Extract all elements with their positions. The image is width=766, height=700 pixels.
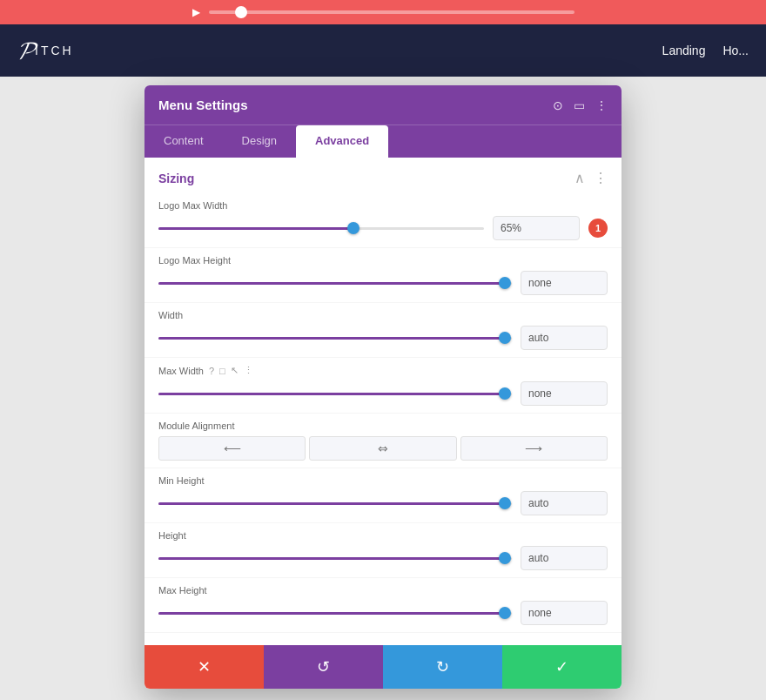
max-height-control bbox=[158, 601, 608, 625]
align-right-button[interactable]: ⟶ bbox=[460, 436, 608, 461]
max-width-row: Max Width ? □ ↖ ⋮ bbox=[144, 358, 622, 414]
reset-button[interactable]: ↺ bbox=[264, 645, 383, 689]
navbar: 𝓟 ITCH Landing Ho... bbox=[0, 24, 766, 77]
logo-max-height-slider[interactable] bbox=[158, 274, 512, 292]
sizing-section-header: Sizing ∧ ⋮ bbox=[144, 158, 622, 193]
min-height-label: Min Height bbox=[158, 475, 608, 486]
modal-footer: ✕ ↺ ↻ ✓ bbox=[144, 645, 622, 689]
logo-max-height-row: Logo Max Height bbox=[144, 248, 622, 303]
max-width-input[interactable] bbox=[521, 381, 608, 406]
logo-max-width-control: 1 bbox=[158, 216, 608, 240]
logo-max-width-label: Logo Max Width bbox=[158, 200, 608, 211]
min-height-row: Min Height bbox=[144, 468, 622, 523]
tab-design[interactable]: Design bbox=[223, 125, 296, 158]
logo-max-width-slider[interactable] bbox=[158, 219, 484, 237]
max-height-input[interactable] bbox=[521, 601, 608, 625]
section-controls: ∧ ⋮ bbox=[574, 170, 608, 186]
max-width-label: Max Width ? □ ↖ ⋮ bbox=[158, 365, 608, 376]
logo-max-height-label: Logo Max Height bbox=[158, 255, 608, 266]
max-width-slider[interactable] bbox=[158, 385, 512, 402]
help-icon[interactable]: ? bbox=[209, 366, 214, 376]
min-height-slider[interactable] bbox=[158, 495, 512, 512]
settings-icon[interactable]: ⊙ bbox=[553, 98, 563, 112]
modal-header-icons: ⊙ ▭ ⋮ bbox=[553, 98, 608, 112]
modal-header: Menu Settings ⊙ ▭ ⋮ bbox=[144, 85, 622, 125]
tab-content[interactable]: Content bbox=[144, 125, 223, 158]
collapse-icon[interactable]: ∧ bbox=[574, 170, 585, 186]
modal-title: Menu Settings bbox=[158, 98, 248, 112]
progress-thumb[interactable] bbox=[235, 6, 247, 18]
width-control bbox=[158, 326, 608, 350]
cursor-icon[interactable]: ↖ bbox=[231, 365, 239, 376]
module-alignment-control: ⟵ ⇔ ⟶ bbox=[158, 436, 608, 461]
main-content: Menu Settings ⊙ ▭ ⋮ Content Design Advan… bbox=[0, 77, 766, 700]
more-icon[interactable]: ⋮ bbox=[595, 98, 608, 112]
device-icon[interactable]: □ bbox=[219, 366, 225, 376]
max-height-label: Max Height bbox=[158, 585, 608, 596]
height-control bbox=[158, 546, 608, 570]
nav-link-home[interactable]: Ho... bbox=[722, 44, 749, 57]
width-input[interactable] bbox=[521, 326, 608, 350]
logo: 𝓟 ITCH bbox=[17, 37, 74, 65]
redo-button[interactable]: ↻ bbox=[383, 645, 502, 689]
modal-tabs: Content Design Advanced bbox=[144, 125, 622, 158]
play-icon[interactable]: ▶ bbox=[192, 6, 200, 18]
height-row: Height bbox=[144, 523, 622, 578]
modal-body: Sizing ∧ ⋮ Logo Max Width bbox=[144, 158, 622, 645]
logo-max-height-input[interactable] bbox=[521, 271, 608, 295]
logo-max-height-control bbox=[158, 271, 608, 295]
module-alignment-label: Module Alignment bbox=[158, 421, 608, 431]
min-height-control bbox=[158, 491, 608, 515]
save-button[interactable]: ✓ bbox=[502, 645, 622, 689]
height-slider[interactable] bbox=[158, 549, 512, 567]
max-width-more-icon[interactable]: ⋮ bbox=[244, 365, 253, 376]
width-label: Width bbox=[158, 310, 608, 320]
logo-max-width-input[interactable] bbox=[493, 216, 580, 240]
nav-links: Landing Ho... bbox=[662, 44, 749, 57]
align-center-button[interactable]: ⇔ bbox=[309, 436, 456, 461]
logo-icon: 𝓟 bbox=[17, 37, 33, 65]
tab-advanced[interactable]: Advanced bbox=[296, 125, 388, 158]
columns-icon[interactable]: ▭ bbox=[574, 98, 585, 112]
logo-max-width-row: Logo Max Width 1 bbox=[144, 193, 622, 248]
nav-link-landing[interactable]: Landing bbox=[662, 44, 706, 57]
max-height-slider[interactable] bbox=[158, 604, 512, 622]
sizing-title: Sizing bbox=[158, 172, 194, 185]
alignment-buttons: ⟵ ⇔ ⟶ bbox=[158, 436, 608, 461]
align-left-button[interactable]: ⟵ bbox=[158, 436, 306, 461]
min-height-input[interactable] bbox=[521, 491, 608, 515]
width-row: Width bbox=[144, 303, 622, 358]
progress-track[interactable] bbox=[209, 10, 574, 14]
logo-text: ITCH bbox=[35, 44, 74, 57]
width-slider[interactable] bbox=[158, 329, 512, 347]
max-height-row: Max Height bbox=[144, 578, 622, 633]
section-more-icon[interactable]: ⋮ bbox=[594, 170, 608, 186]
max-width-control bbox=[158, 381, 608, 406]
module-alignment-row: Module Alignment ⟵ ⇔ ⟶ bbox=[144, 414, 622, 468]
height-input[interactable] bbox=[521, 546, 608, 570]
menu-settings-modal: Menu Settings ⊙ ▭ ⋮ Content Design Advan… bbox=[144, 85, 622, 689]
cancel-button[interactable]: ✕ bbox=[144, 645, 264, 689]
top-bar: ▶ bbox=[0, 0, 766, 24]
logo-max-width-badge: 1 bbox=[588, 219, 608, 238]
height-label: Height bbox=[158, 530, 608, 541]
